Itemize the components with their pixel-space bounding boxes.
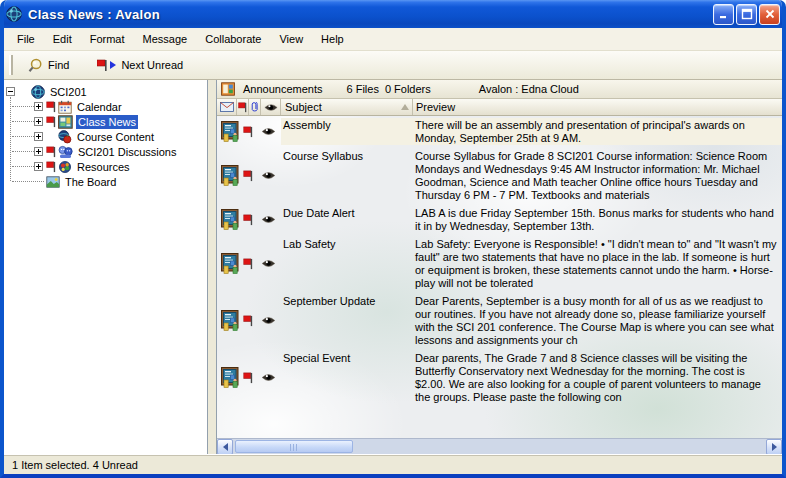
column-viewed[interactable] xyxy=(261,99,281,115)
find-label: Find xyxy=(48,59,69,71)
conference-title: Announcements xyxy=(243,83,323,95)
expand-expander[interactable] xyxy=(34,102,43,111)
tree-item-course-content[interactable]: Course Content xyxy=(6,129,207,144)
message-row-special-event[interactable]: Special Event Dear parents, The Grade 7 … xyxy=(217,351,782,404)
menu-edit[interactable]: Edit xyxy=(44,30,81,48)
folder-tree-pane: SCI201 Calendar Class News xyxy=(4,80,208,454)
message-preview[interactable]: LAB A is due Friday September 15th. Bonu… xyxy=(413,206,782,233)
newspaper-icon xyxy=(58,115,73,129)
right-arrow-icon xyxy=(772,443,777,451)
globe-icon xyxy=(31,85,45,99)
viewed-eye-icon xyxy=(255,118,281,145)
envelope-icon xyxy=(220,102,234,112)
message-preview[interactable]: Dear Parents, September is a busy month … xyxy=(413,294,782,347)
calendar-icon xyxy=(58,100,72,114)
message-preview[interactable]: Dear parents, The Grade 7 and 8 Science … xyxy=(413,351,782,404)
viewed-eye-icon xyxy=(255,294,281,347)
content-area: SCI201 Calendar Class News xyxy=(4,80,782,454)
course-content-icon xyxy=(58,130,72,144)
message-row-assembly[interactable]: Assembly There will be an assembly and p… xyxy=(217,118,782,145)
message-row-lab-safety[interactable]: Lab Safety Lab Safety: Everyone is Respo… xyxy=(217,237,782,290)
scroll-right-button[interactable] xyxy=(766,439,782,454)
find-button[interactable]: Find xyxy=(21,55,76,76)
tree-item-discussions[interactable]: SCI201 Discussions xyxy=(6,144,207,159)
menu-view[interactable]: View xyxy=(270,30,312,48)
viewed-eye-icon xyxy=(255,206,281,233)
tree-item-resources[interactable]: Resources xyxy=(6,159,207,174)
window-title: Class News : Avalon xyxy=(28,7,711,22)
scroll-left-button[interactable] xyxy=(217,439,233,454)
expander-spacer xyxy=(34,177,43,186)
status-bar: 1 Item selected. 4 Unread xyxy=(4,454,782,474)
column-preview[interactable]: Preview xyxy=(413,99,782,115)
next-unread-label: Next Unread xyxy=(121,59,183,71)
menu-format[interactable]: Format xyxy=(81,30,134,48)
next-unread-button[interactable]: Next Unread xyxy=(90,56,190,75)
tree-item-label-selected: Class News xyxy=(76,115,138,129)
minimize-icon xyxy=(718,8,730,20)
message-preview[interactable]: Lab Safety: Everyone is Responsible! • "… xyxy=(413,237,782,290)
tree-item-calendar[interactable]: Calendar xyxy=(6,99,207,114)
expand-expander[interactable] xyxy=(34,162,43,171)
message-subject[interactable]: Due Date Alert xyxy=(281,206,413,233)
menu-collaborate[interactable]: Collaborate xyxy=(196,30,270,48)
flag-icon xyxy=(238,102,247,113)
maximize-icon xyxy=(741,8,753,20)
message-preview[interactable]: There will be an assembly and presentati… xyxy=(413,118,782,145)
unread-flag-icon xyxy=(46,116,58,128)
expand-expander[interactable] xyxy=(34,132,43,141)
toolbar-gripper[interactable] xyxy=(9,55,13,75)
tree-item-the-board[interactable]: The Board xyxy=(6,174,207,189)
expand-expander[interactable] xyxy=(34,117,43,126)
sort-ascending-icon xyxy=(401,104,409,110)
maximize-button[interactable] xyxy=(736,4,757,25)
tree-item-class-news[interactable]: Class News xyxy=(6,114,207,129)
message-row-due-date-alert[interactable]: Due Date Alert LAB A is due Friday Septe… xyxy=(217,206,782,233)
column-envelope[interactable] xyxy=(217,99,237,115)
classroom-message-icon xyxy=(217,149,243,202)
scrollbar-thumb[interactable] xyxy=(235,440,353,453)
title-bar[interactable]: Class News : Avalon xyxy=(0,0,786,28)
viewed-eye-icon xyxy=(255,149,281,202)
classroom-message-icon xyxy=(217,118,243,145)
horizontal-scrollbar xyxy=(217,438,782,454)
left-arrow-icon xyxy=(223,443,228,451)
message-subject[interactable]: September Update xyxy=(281,294,413,347)
unread-flag-icon xyxy=(46,161,58,173)
viewed-eye-icon xyxy=(255,237,281,290)
expand-expander[interactable] xyxy=(34,147,43,156)
column-flag[interactable] xyxy=(237,99,249,115)
message-subject[interactable]: Course Syllabus xyxy=(281,149,413,202)
folder-tree: SCI201 Calendar Class News xyxy=(4,80,207,189)
collapse-expander[interactable] xyxy=(6,87,15,96)
resources-icon xyxy=(58,160,72,174)
close-button[interactable] xyxy=(759,4,780,25)
unread-flag-icon xyxy=(243,294,255,347)
message-row-september-update[interactable]: September Update Dear Parents, September… xyxy=(217,294,782,347)
message-list: Assembly There will be an assembly and p… xyxy=(217,116,782,438)
files-count: 6 Files xyxy=(347,83,379,95)
minimize-button[interactable] xyxy=(713,4,734,25)
menu-message[interactable]: Message xyxy=(134,30,197,48)
menu-file[interactable]: File xyxy=(8,30,44,48)
column-attachment[interactable] xyxy=(249,99,261,115)
menu-help[interactable]: Help xyxy=(312,30,353,48)
app-window: Class News : Avalon File Edit Format Mes… xyxy=(0,0,786,478)
unread-flag-icon xyxy=(97,59,107,72)
message-row-course-syllabus[interactable]: Course Syllabus Course Syllabus for Grad… xyxy=(217,149,782,202)
account-name: Avalon : Edna Cloud xyxy=(479,83,579,95)
announcements-icon xyxy=(221,82,235,96)
tree-item-label: Course Content xyxy=(75,130,156,144)
tree-item-sci201[interactable]: SCI201 xyxy=(6,84,207,99)
tree-item-label: SCI201 xyxy=(48,85,89,99)
message-subject[interactable]: Lab Safety xyxy=(281,237,413,290)
message-subject[interactable]: Special Event xyxy=(281,351,413,404)
message-subject[interactable]: Assembly xyxy=(281,118,413,145)
message-preview[interactable]: Course Syllabus for Grade 8 SCI201 Cours… xyxy=(413,149,782,202)
unread-flag-icon xyxy=(243,149,255,202)
viewed-eye-icon xyxy=(255,351,281,404)
scrollbar-track[interactable] xyxy=(233,439,766,454)
tree-item-label: Resources xyxy=(75,160,132,174)
pane-splitter[interactable] xyxy=(208,80,216,454)
column-subject[interactable]: Subject xyxy=(281,99,413,115)
